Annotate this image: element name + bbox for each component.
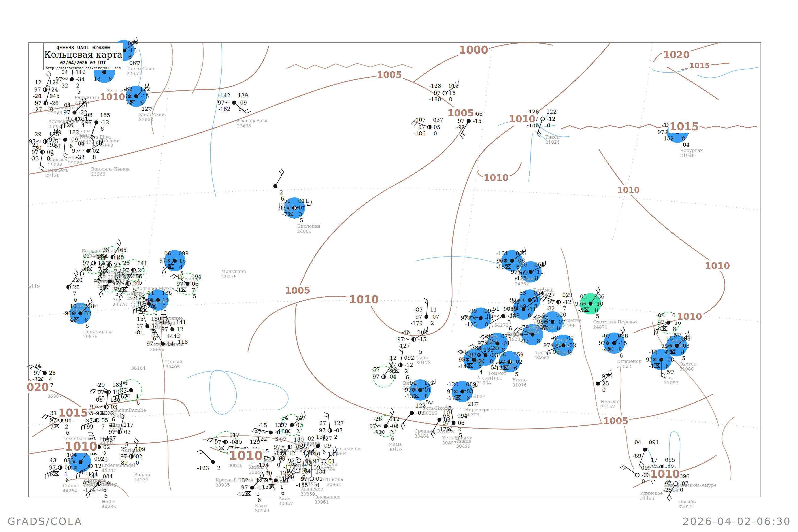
station-temp: -51 [491, 306, 499, 312]
station-id: 23966 [91, 171, 105, 177]
station-dewpoint: -44 [602, 346, 610, 353]
station-symbol [472, 358, 476, 362]
station-tendency: -11 [256, 484, 265, 491]
station-temp: -08 [656, 312, 665, 319]
station-humidity-weather: 97 [109, 429, 115, 435]
station-id: 30838 [228, 462, 243, 468]
station-humidity-weather: 97 [34, 87, 41, 93]
station-temp: -114 [458, 349, 470, 356]
station-symbol [443, 91, 447, 95]
station-temp: 04 [635, 439, 641, 445]
wind-barb-tick [399, 349, 402, 352]
station-dewpoint: -179 [411, 320, 423, 326]
station-cloud: 2 [256, 491, 260, 497]
wind-barb-tick [197, 450, 201, 452]
station-pressure: 182 [69, 129, 79, 136]
station-humidity-weather: 97❆ [405, 387, 416, 393]
station-dewpoint: -180 [429, 96, 441, 103]
wind-barb [201, 450, 213, 462]
station-id: 31087 [664, 380, 678, 385]
station-humidity-weather: 97 [35, 100, 41, 107]
station-id: 30949 [255, 508, 269, 513]
station-pressure: 029 [562, 292, 572, 298]
wind-barb [275, 172, 284, 186]
station-name: Нерюнгри [465, 407, 490, 412]
station-pressure: 228 [84, 303, 94, 309]
station-temp: 15 [236, 439, 242, 445]
station-symbol [529, 270, 533, 274]
station-pressure: 155 [100, 112, 110, 118]
station-name: Охотский Перевоз [593, 319, 637, 324]
station-name: Кики Акки [139, 112, 165, 117]
station-pressure: 117 [256, 477, 266, 483]
station-temp: 12 [289, 450, 295, 457]
station-temp: 31 [89, 473, 95, 480]
station-tendency: 03 [111, 404, 117, 410]
station-humidity-weather: ✳✳ [67, 459, 76, 465]
station-dewpoint: -72 [282, 211, 291, 217]
station-tendency: 06 [192, 281, 198, 287]
station-symbol [186, 282, 190, 286]
station-cloud: 2 [296, 428, 300, 435]
station-dewpoint: -47 [656, 326, 665, 332]
wind-barb-tick [81, 426, 82, 430]
station-symbol [87, 149, 91, 153]
station-humidity-weather: 97〰 [49, 136, 61, 143]
station-humidity-weather: 97〰 [218, 99, 230, 106]
station-pressure: 037 [536, 324, 546, 331]
station-tendency: 23 [114, 262, 120, 268]
misc-label: 6119 [28, 284, 40, 289]
station-name: Ларьяк [77, 128, 95, 133]
station-symbol [316, 444, 320, 448]
station-symbol [501, 314, 506, 318]
station-temp: -15 [664, 336, 673, 342]
misc-label: 54273 [494, 322, 509, 328]
station-cloud: 8 [673, 326, 676, 332]
station-humidity-weather: 97〰 [254, 429, 267, 436]
isobar-label: 1020 [662, 49, 690, 60]
station-id: 29128 [45, 173, 60, 178]
station-symbol [171, 327, 174, 331]
station-temp: -06 [94, 397, 103, 403]
station-dewpoint: -166 [276, 428, 288, 435]
isobar-label: 1010 [483, 172, 510, 183]
station-cloud: 8 [179, 264, 183, 270]
station-id: 44237 [101, 468, 116, 473]
station-temp: -88 [511, 299, 520, 305]
wind-barb-tick [403, 423, 405, 427]
station-dewpoint: -27 [34, 107, 42, 113]
station-pressure: 11 [430, 306, 437, 313]
isobar-label: 1005 [446, 108, 475, 118]
station-symbol [269, 431, 273, 435]
station-pressure: 092 [94, 456, 104, 462]
station-name: Bulgan [134, 472, 150, 477]
station-tendency: 05 [101, 417, 108, 423]
station-pressure: 151 [78, 102, 88, 109]
station-humidity-weather: 97❆ [646, 357, 657, 363]
station-temp: 10 [70, 303, 77, 309]
station-humidity-weather: 97❆ [599, 340, 610, 346]
station-id: 44285 [101, 504, 116, 509]
station-id: 24871 [593, 324, 608, 329]
station-humidity-weather: 97〰 [90, 404, 102, 410]
station-temp: -07 [602, 333, 610, 339]
station-pressure: 108 [417, 329, 428, 336]
station-tendency: 14 [152, 323, 158, 329]
station-pressure: 130 [294, 437, 304, 443]
station-symbol [479, 316, 483, 320]
station-temp: -83 [414, 306, 423, 313]
station-dewpoint: -33 [175, 287, 184, 293]
station-extra: 5 [515, 371, 518, 377]
station-dewpoint: -91 [374, 429, 382, 436]
station-tendency: -07 [431, 314, 439, 320]
station-pressure: 096 [679, 473, 689, 480]
station-cloud: 0 [50, 107, 54, 113]
station-cloud: 6 [162, 303, 166, 310]
station-cloud: 8 [535, 275, 538, 281]
station-dewpoint: -155 [296, 482, 308, 488]
station-pressure: 064 [534, 262, 545, 268]
cloud-symbol [219, 446, 224, 450]
station-cloud: 2 [390, 429, 394, 436]
station-dewpoint: -48 [81, 266, 90, 273]
station-symbol [43, 371, 47, 375]
